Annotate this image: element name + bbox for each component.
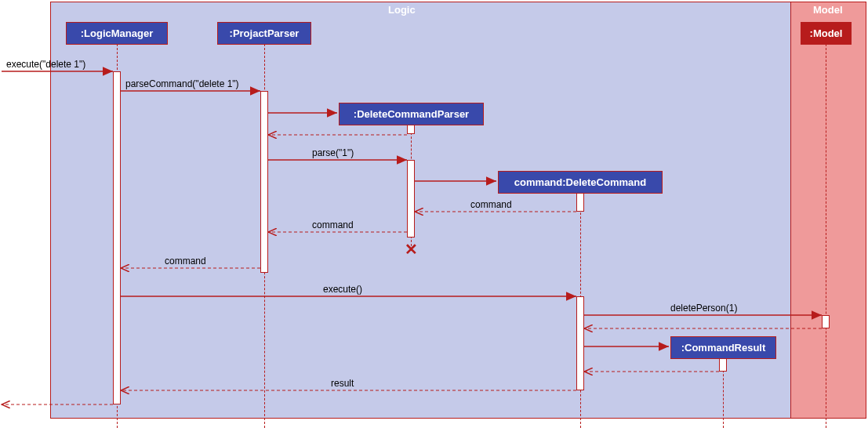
model-lifeline: [826, 44, 826, 428]
projact-parser-head: :ProjactParser: [217, 22, 311, 45]
dc-activation-1: [576, 193, 584, 212]
model-frame-label: Model: [813, 4, 843, 16]
projact-parser-activation: [260, 91, 268, 273]
model-head: :Model: [801, 22, 852, 45]
command-result-activation: [719, 358, 727, 372]
model-label: :Model: [810, 27, 843, 39]
projact-parser-label: :ProjactParser: [230, 27, 300, 39]
dc-activation-2: [576, 296, 584, 390]
msg-command-2: command: [312, 219, 354, 230]
logic-frame-label: Logic: [388, 4, 416, 16]
logic-manager-label: :LogicManager: [81, 27, 153, 39]
delete-command-parser-head: :DeleteCommandParser: [339, 103, 484, 125]
msg-parse: parse("1"): [312, 147, 354, 158]
destroy-icon: ✕: [405, 240, 418, 259]
command-result-head: :CommandResult: [670, 336, 776, 359]
delete-command-parser-label: :DeleteCommandParser: [354, 108, 469, 120]
command-result-label: :CommandResult: [681, 342, 766, 354]
msg-delete-person: deletePerson(1): [670, 303, 737, 314]
msg-parse-command: parseCommand("delete 1"): [125, 78, 239, 89]
msg-execute: execute(): [323, 284, 362, 295]
msg-command-1: command: [470, 199, 512, 210]
dcp-activation-1: [407, 125, 415, 134]
delete-command-label: command:DeleteCommand: [514, 176, 646, 188]
model-activation: [822, 315, 830, 328]
msg-execute-delete1: execute("delete 1"): [6, 59, 85, 70]
msg-command-3: command: [165, 256, 206, 267]
dcp-activation-2: [407, 160, 415, 238]
logic-manager-activation: [113, 71, 121, 404]
delete-command-head: command:DeleteCommand: [498, 171, 663, 194]
logic-manager-head: :LogicManager: [66, 22, 168, 45]
model-frame: Model: [790, 2, 866, 419]
msg-result: result: [331, 378, 354, 389]
